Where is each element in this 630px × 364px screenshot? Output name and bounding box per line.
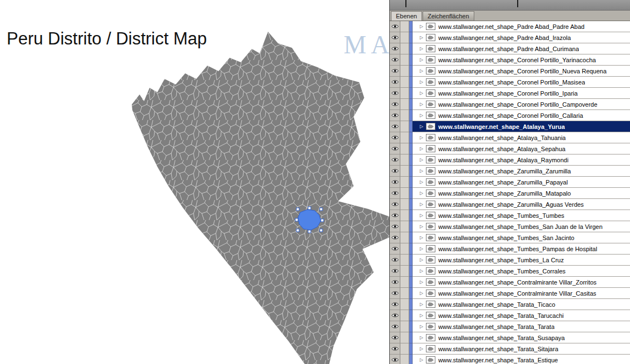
expand-triangle-icon[interactable]: ▷ [420, 280, 423, 285]
lock-toggle[interactable] [400, 310, 409, 321]
expand-triangle-icon[interactable]: ▷ [420, 80, 423, 84]
lock-toggle[interactable] [400, 88, 409, 99]
layer-row-content[interactable]: ▷ www.stallwanger.net_shape_Tumbes_Corra… [413, 266, 630, 277]
expand-triangle-icon[interactable]: ▷ [420, 291, 423, 296]
layer-row-content[interactable]: ▷ www.stallwanger.net_shape_Coronel Port… [413, 110, 630, 121]
visibility-toggle[interactable] [390, 355, 400, 364]
lock-toggle[interactable] [400, 321, 409, 332]
expand-triangle-icon[interactable]: ▷ [420, 180, 423, 185]
lock-toggle[interactable] [400, 54, 409, 66]
expand-triangle-icon[interactable]: ▷ [420, 236, 423, 240]
lock-toggle[interactable] [400, 266, 409, 277]
expand-triangle-icon[interactable]: ▷ [420, 113, 423, 118]
visibility-toggle[interactable] [390, 266, 400, 277]
lock-toggle[interactable] [400, 188, 409, 199]
layer-row-content[interactable]: ▷ www.stallwanger.net_shape_Atalaya_Tahu… [413, 132, 630, 143]
visibility-toggle[interactable] [390, 54, 400, 66]
lock-toggle[interactable] [400, 299, 409, 310]
expand-triangle-icon[interactable]: ▷ [420, 58, 423, 62]
layer-row-content[interactable]: ▷ www.stallwanger.net_shape_Contralmiran… [413, 288, 630, 299]
visibility-toggle[interactable] [390, 99, 400, 110]
peru-map-svg[interactable]: MAPS [0, 0, 390, 364]
lock-toggle[interactable] [400, 121, 409, 132]
layer-row-content[interactable]: ▷ www.stallwanger.net_shape_Coronel Port… [413, 77, 630, 88]
expand-triangle-icon[interactable]: ▷ [420, 325, 423, 329]
lock-toggle[interactable] [400, 355, 409, 364]
layer-row-content[interactable]: ▷ www.stallwanger.net_shape_Tumbes_Tumbe… [413, 210, 630, 221]
lock-toggle[interactable] [400, 177, 409, 188]
layer-row[interactable]: ▷ www.stallwanger.net_shape_Zarumilla_Ma… [390, 188, 630, 199]
visibility-toggle[interactable] [390, 110, 400, 121]
expand-triangle-icon[interactable]: ▷ [420, 247, 423, 251]
expand-triangle-icon[interactable]: ▷ [420, 147, 423, 151]
visibility-toggle[interactable] [390, 321, 400, 332]
layer-row-content[interactable]: ▷ www.stallwanger.net_shape_Zarumilla_Ma… [413, 188, 630, 199]
layer-row[interactable]: ▷ www.stallwanger.net_shape_Tarata_Estiq… [390, 355, 630, 364]
layer-row-content[interactable]: ▷ www.stallwanger.net_shape_Atalaya_Raym… [413, 154, 630, 166]
lock-toggle[interactable] [400, 154, 409, 166]
layer-row[interactable]: ▷ www.stallwanger.net_shape_Tarata_Tarat… [390, 321, 630, 332]
lock-toggle[interactable] [400, 99, 409, 110]
lock-toggle[interactable] [400, 343, 409, 355]
expand-triangle-icon[interactable]: ▷ [420, 136, 423, 140]
layer-row-content[interactable]: ▷ www.stallwanger.net_shape_Atalaya_Yuru… [413, 121, 630, 132]
visibility-toggle[interactable] [390, 88, 400, 99]
lock-toggle[interactable] [400, 288, 409, 299]
layer-row-content[interactable]: ▷ www.stallwanger.net_shape_Zarumilla_Za… [413, 166, 630, 177]
expand-triangle-icon[interactable]: ▷ [420, 269, 423, 273]
visibility-toggle[interactable] [390, 310, 400, 321]
tab-ebenen[interactable]: Ebenen [391, 11, 422, 21]
layer-row-content[interactable]: ▷ www.stallwanger.net_shape_Atalaya_Sepa… [413, 143, 630, 154]
layer-row-content[interactable]: ▷ www.stallwanger.net_shape_Tumbes_Pampa… [413, 243, 630, 255]
visibility-toggle[interactable] [390, 21, 400, 32]
expand-triangle-icon[interactable]: ▷ [420, 169, 423, 173]
layer-row-content[interactable]: ▷ www.stallwanger.net_shape_Tumbes_San J… [413, 232, 630, 243]
lock-toggle[interactable] [400, 77, 409, 88]
expand-triangle-icon[interactable]: ▷ [420, 302, 423, 307]
layer-row-content[interactable]: ▷ www.stallwanger.net_shape_Contralmiran… [413, 277, 630, 288]
layer-row[interactable]: ▷ www.stallwanger.net_shape_Atalaya_Raym… [390, 154, 630, 166]
lock-toggle[interactable] [400, 210, 409, 221]
layer-row[interactable]: ▷ www.stallwanger.net_shape_Coronel Port… [390, 88, 630, 99]
layer-row-content[interactable]: ▷ www.stallwanger.net_shape_Tarata_Estiq… [413, 355, 630, 364]
layer-row[interactable]: ▷ www.stallwanger.net_shape_Contralmiran… [390, 277, 630, 288]
visibility-toggle[interactable] [390, 210, 400, 221]
layer-row[interactable]: ▷ www.stallwanger.net_shape_Tumbes_Tumbe… [390, 210, 630, 221]
layer-row-content[interactable]: ▷ www.stallwanger.net_shape_Padre Abad_C… [413, 43, 630, 54]
layer-row-content[interactable]: ▷ www.stallwanger.net_shape_Tarata_Ticac… [413, 299, 630, 310]
layer-row[interactable]: ▷ www.stallwanger.net_shape_Coronel Port… [390, 99, 630, 110]
expand-triangle-icon[interactable]: ▷ [420, 213, 423, 218]
layer-row-content[interactable]: ▷ www.stallwanger.net_shape_Tarata_Tarat… [413, 321, 630, 332]
visibility-toggle[interactable] [390, 221, 400, 232]
visibility-toggle[interactable] [390, 66, 400, 77]
layer-row[interactable]: ▷ www.stallwanger.net_shape_Padre Abad_C… [390, 43, 630, 54]
layer-row-content[interactable]: ▷ www.stallwanger.net_shape_Zarumilla_Ag… [413, 199, 630, 210]
layer-row[interactable]: ▷ www.stallwanger.net_shape_Padre Abad_I… [390, 32, 630, 43]
visibility-toggle[interactable] [390, 232, 400, 243]
expand-triangle-icon[interactable]: ▷ [420, 24, 423, 29]
expand-triangle-icon[interactable]: ▷ [420, 202, 423, 207]
expand-triangle-icon[interactable]: ▷ [420, 313, 423, 318]
layer-row[interactable]: ▷ www.stallwanger.net_shape_Tarata_Ticac… [390, 299, 630, 310]
layer-row[interactable]: ▷ www.stallwanger.net_shape_Contralmiran… [390, 288, 630, 299]
layer-row[interactable]: ▷ www.stallwanger.net_shape_Tarata_Susap… [390, 332, 630, 343]
layer-row-content[interactable]: ▷ www.stallwanger.net_shape_Tarata_Taruc… [413, 310, 630, 321]
lock-toggle[interactable] [400, 199, 409, 210]
layer-row-content[interactable]: ▷ www.stallwanger.net_shape_Coronel Port… [413, 66, 630, 77]
layer-row-content[interactable]: ▷ www.stallwanger.net_shape_Padre Abad_P… [413, 21, 630, 32]
layer-row-content[interactable]: ▷ www.stallwanger.net_shape_Zarumilla_Pa… [413, 177, 630, 188]
lock-toggle[interactable] [400, 277, 409, 288]
lock-toggle[interactable] [400, 110, 409, 121]
visibility-toggle[interactable] [390, 255, 400, 266]
layer-row-content[interactable]: ▷ www.stallwanger.net_shape_Tarata_Susap… [413, 332, 630, 343]
expand-triangle-icon[interactable]: ▷ [420, 336, 423, 340]
visibility-toggle[interactable] [390, 32, 400, 43]
layer-row[interactable]: ▷ www.stallwanger.net_shape_Zarumilla_Pa… [390, 177, 630, 188]
expand-triangle-icon[interactable]: ▷ [420, 69, 423, 73]
expand-triangle-icon[interactable]: ▷ [420, 225, 423, 229]
visibility-toggle[interactable] [390, 243, 400, 255]
expand-triangle-icon[interactable]: ▷ [420, 102, 423, 107]
lock-toggle[interactable] [400, 221, 409, 232]
peru-country-shape[interactable] [132, 32, 390, 364]
layer-row-content[interactable]: ▷ www.stallwanger.net_shape_Coronel Port… [413, 54, 630, 66]
